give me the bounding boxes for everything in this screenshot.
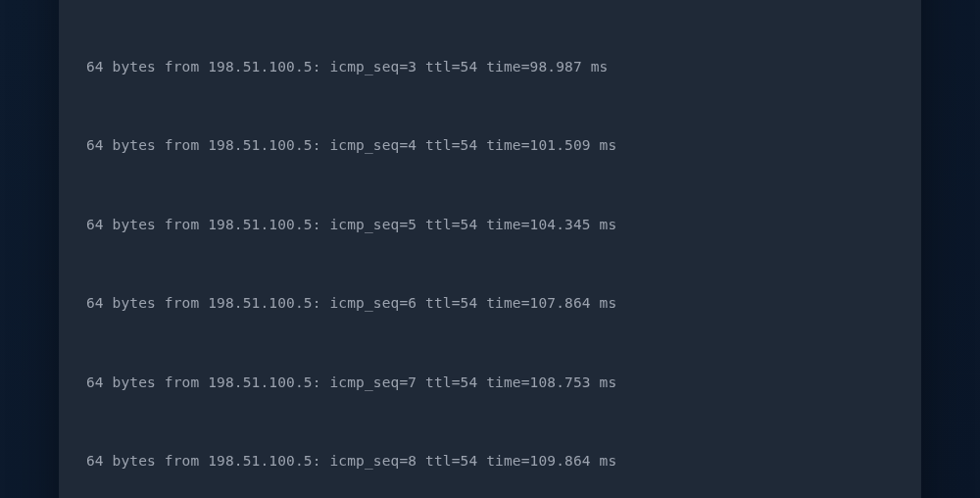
ping-reply: 64 bytes from 198.51.100.5: icmp_seq=3 t… <box>86 54 894 80</box>
ping-reply: 64 bytes from 198.51.100.5: icmp_seq=8 t… <box>86 448 894 474</box>
ping-reply: 64 bytes from 198.51.100.5: icmp_seq=4 t… <box>86 132 894 159</box>
ping-reply: 64 bytes from 198.51.100.5: icmp_seq=2 t… <box>86 0 894 1</box>
ping-reply: 64 bytes from 198.51.100.5: icmp_seq=6 t… <box>86 290 894 317</box>
terminal-body: PING www.high-latency-example.com (198.5… <box>59 0 921 498</box>
ping-reply: 64 bytes from 198.51.100.5: icmp_seq=5 t… <box>86 212 894 238</box>
terminal-window: PING www.high-latency-example.com (198.5… <box>59 0 921 498</box>
ping-reply: 64 bytes from 198.51.100.5: icmp_seq=7 t… <box>86 370 894 396</box>
